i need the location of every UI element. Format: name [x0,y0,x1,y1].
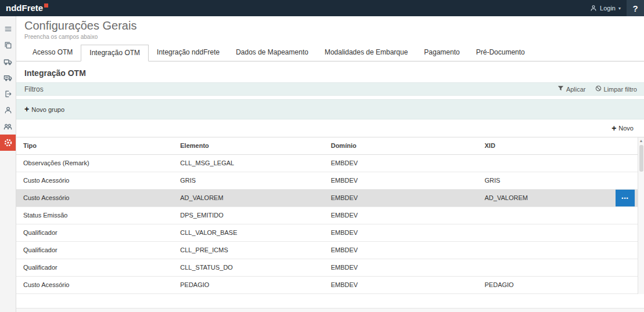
cell-xid: PEDAGIO [478,277,644,293]
scrollbar-thumb[interactable] [639,145,643,172]
cell-elemento: DPS_EMITIDO [173,207,323,224]
table-row[interactable]: Status Emissão DPS_EMITIDO EMBDEV [16,207,644,224]
filter-group-panel: + Novo grupo [16,99,644,119]
page-title: Configurações Gerais [24,19,644,32]
cell-elemento: CLL_VALOR_BASE [173,224,323,241]
sidebar-item-checkout[interactable] [0,86,16,102]
scroll-up-icon[interactable]: ▲ [639,139,643,143]
cell-tipo: Status Emissão [16,207,173,224]
new-group-label: Novo grupo [31,106,64,113]
cell-tipo: Custo Acessório [16,277,173,293]
menu-icon [4,25,12,33]
column-header-dominio[interactable]: Domínio [324,137,478,154]
clear-filter-button[interactable]: Limpar filtro [595,85,637,93]
brand-mark [44,3,48,8]
apply-filter-label: Aplicar [566,86,586,93]
app-shell: Configurações Gerais Preencha os campos … [0,16,644,312]
login-label: Login [600,5,616,12]
table-row-selected[interactable]: Custo Acessório AD_VALOREM EMBDEV AD_VAL… [16,190,644,207]
plus-icon: + [611,125,616,132]
table-row[interactable]: Qualificador CLL_STATUS_DO EMBDEV [16,259,644,277]
sidebar-item-support[interactable] [0,102,16,118]
cell-tipo: Custo Acessório [16,172,173,189]
new-button[interactable]: + Novo [611,125,634,132]
table-row[interactable]: Custo Acessório PEDAGIO EMBDEV PEDAGIO [16,277,644,294]
brand-logo: nddFrete [6,3,48,13]
cell-elemento: CLL_STATUS_DO [173,259,323,276]
cell-tipo: Qualificador [16,224,173,241]
table-row[interactable]: Qualificador CLL_PRE_ICMS EMBDEV [16,242,644,259]
column-header-xid[interactable]: XID [478,137,644,154]
sidebar-item-menu[interactable] [0,21,16,37]
page-head: Configurações Gerais Preencha os campos … [16,16,644,41]
tab-integracao-otm[interactable]: Integração OTM [81,45,149,61]
filters-bar: Filtros Aplicar Limpar filtro [16,82,644,96]
cell-dominio: EMBDEV [324,172,478,189]
tab-bar: Acesso OTM Integração OTM Integração ndd… [16,45,644,61]
sidebar-item-truck[interactable] [0,53,16,70]
sidebar-item-documents[interactable] [0,37,16,53]
filters-actions: Aplicar Limpar filtro [557,85,637,93]
cell-elemento: CLL_MSG_LEGAL [173,155,323,172]
table-row[interactable]: Qualificador CLL_VALOR_BASE EMBDEV [16,224,644,242]
cell-tipo: Custo Acessório [16,190,173,206]
data-table: Tipo Elemento Domínio XID Observações (R… [16,137,644,294]
cell-dominio: EMBDEV [324,207,478,224]
chevron-down-icon: ▾ [618,6,621,11]
sidebar-item-shipment[interactable] [0,70,16,86]
vertical-scrollbar[interactable]: ▲ [638,137,644,294]
table-header-row: Tipo Elemento Domínio XID [16,137,644,155]
tab-acesso-otm[interactable]: Acesso OTM [24,45,81,61]
brand-text: nddFrete [6,3,43,13]
cell-elemento: AD_VALOREM [173,190,323,206]
tab-pre-documento[interactable]: Pré-Documento [468,45,533,61]
cell-dominio: EMBDEV [324,224,478,241]
tab-modalidades-de-embarque[interactable]: Modalidades de Embarque [316,45,416,61]
sidebar-item-settings[interactable] [0,135,16,151]
cell-xid [478,155,644,172]
support-icon [4,106,12,114]
page-subtitle: Preencha os campos abaixo [24,34,644,40]
column-header-tipo[interactable]: Tipo [16,137,173,154]
topbar-right: Login ▾ ? [584,0,644,16]
new-group-button[interactable]: + Novo grupo [24,106,64,113]
documents-icon [4,41,12,49]
cell-dominio: EMBDEV [324,155,478,172]
help-button[interactable]: ? [627,0,644,16]
cell-dominio: EMBDEV [324,242,478,259]
cell-elemento: CLL_PRE_ICMS [173,242,323,259]
tab-dados-de-mapeamento[interactable]: Dados de Mapeamento [228,45,316,61]
circle-slash-icon [595,85,602,93]
column-header-elemento[interactable]: Elemento [173,137,323,154]
new-label: Novo [618,125,634,132]
cell-xid: GRIS [478,172,644,189]
user-icon [590,5,597,12]
cell-elemento: PEDAGIO [173,277,323,293]
funnel-icon [557,85,564,93]
horizontal-scrollbar[interactable] [16,308,644,312]
clear-filter-label: Limpar filtro [604,86,637,93]
cell-dominio: EMBDEV [324,190,478,206]
apply-filter-button[interactable]: Aplicar [557,85,586,93]
topbar: nddFrete Login ▾ ? [0,0,644,16]
tab-integracao-nddfrete[interactable]: Integração nddFrete [149,45,228,61]
login-menu[interactable]: Login ▾ [584,0,627,16]
sidebar-item-users[interactable] [0,118,16,135]
sidebar [0,16,16,312]
settings-gear-icon [3,138,13,147]
cell-tipo: Observações (Remark) [16,155,173,172]
main-content: Configurações Gerais Preencha os campos … [16,16,644,312]
shipment-truck-icon [3,74,12,82]
cell-dominio: EMBDEV [324,277,478,293]
table-toolbar: + Novo [16,119,644,136]
cell-elemento: GRIS [173,172,323,189]
cell-tipo: Qualificador [16,242,173,259]
table-row[interactable]: Custo Acessório GRIS EMBDEV GRIS [16,172,644,190]
tab-pagamento[interactable]: Pagamento [416,45,467,61]
cell-xid [478,259,644,276]
row-actions-button[interactable]: ••• [616,190,635,206]
table-row[interactable]: Observações (Remark) CLL_MSG_LEGAL EMBDE… [16,155,644,172]
export-icon [4,90,12,98]
cell-tipo: Qualificador [16,259,173,276]
users-icon [3,122,12,131]
